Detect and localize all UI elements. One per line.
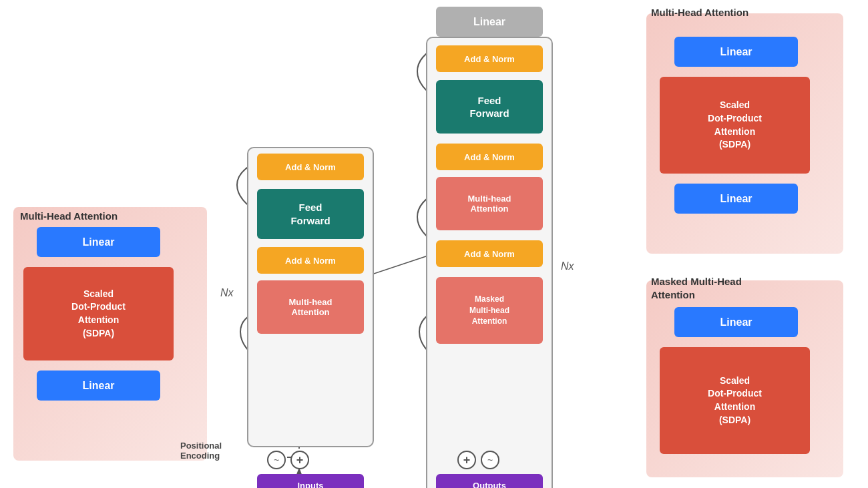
- linear-left-bottom: Linear: [37, 371, 160, 401]
- add-norm-top-enc: Add & Norm: [257, 154, 364, 180]
- multihead-dec: Multi-headAttention: [436, 177, 543, 230]
- sdpa-left: ScaledDot-ProductAttention(SDPA): [23, 267, 174, 360]
- encoder-mha-title: Multi-Head Attention: [20, 210, 118, 222]
- add-norm-mid-enc: Add & Norm: [257, 247, 364, 274]
- feed-forward-dec: FeedForward: [436, 80, 543, 134]
- linear-dec-top: Linear: [436, 7, 543, 37]
- add-norm-3-dec: Add & Norm: [436, 240, 543, 267]
- wave-symbol-dec: ~: [481, 451, 499, 469]
- multihead-enc: Multi-headAttention: [257, 280, 364, 334]
- positional-encoding-label: PositionalEncoding: [180, 441, 222, 461]
- linear-left-top: Linear: [37, 227, 160, 257]
- masked-mha-title: Masked Multi-HeadAttention: [651, 275, 742, 301]
- linear-right-top-bottom: Linear: [674, 184, 798, 214]
- linear-right-bottom-top: Linear: [674, 307, 798, 337]
- add-norm-1-dec: Add & Norm: [436, 45, 543, 72]
- feed-forward-enc: FeedForward: [257, 189, 364, 239]
- sdpa-right-bottom: ScaledDot-ProductAttention(SDPA): [660, 347, 810, 454]
- nx-decoder: Nx: [561, 260, 574, 272]
- output-box-dec: Outputs: [436, 474, 543, 488]
- sdpa-right-top: ScaledDot-ProductAttention(SDPA): [660, 77, 810, 174]
- plus-symbol-enc: +: [290, 451, 309, 469]
- plus-symbol-dec: +: [457, 451, 476, 469]
- diagram-container: Multi-Head Attention Linear ScaledDot-Pr…: [0, 0, 868, 488]
- wave-symbol-enc: ~: [267, 451, 286, 469]
- input-box-enc: Inputs: [257, 474, 364, 488]
- decoder-mha-title: Multi-Head Attention: [651, 7, 748, 18]
- nx-encoder: Nx: [220, 287, 234, 299]
- add-norm-2-dec: Add & Norm: [436, 144, 543, 170]
- linear-right-top: Linear: [674, 37, 798, 67]
- masked-multihead-dec: MaskedMulti-headAttention: [436, 277, 543, 344]
